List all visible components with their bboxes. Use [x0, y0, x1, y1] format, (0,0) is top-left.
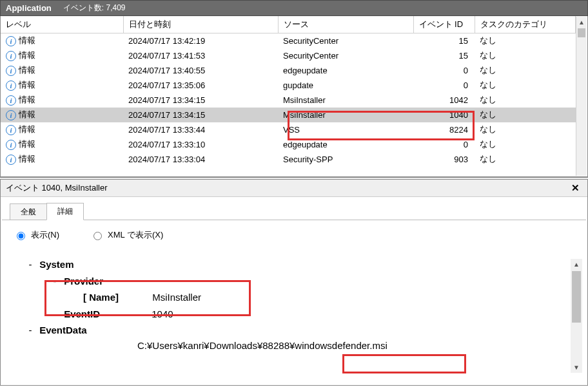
- level-label: 情報: [19, 80, 35, 90]
- detail-tree: System Provider [ Name] MsiInstaller Eve…: [14, 256, 574, 354]
- cell-category: なし: [475, 63, 576, 78]
- radio-friendly-input[interactable]: [17, 232, 25, 240]
- cell-source: gupdate: [278, 78, 413, 93]
- col-header-level[interactable]: レベル: [1, 16, 123, 33]
- cell-eventid: 1040: [413, 108, 475, 122]
- scrollbar-detail[interactable]: ▲ ▼: [571, 259, 582, 373]
- tree-eventid-value: 1040: [152, 306, 173, 323]
- event-table[interactable]: レベル 日付と時刻 ソース イベント ID タスクのカテゴリ i情報2024/0…: [1, 16, 576, 167]
- scroll-down-icon[interactable]: ▼: [571, 362, 582, 373]
- info-icon: i: [6, 36, 16, 46]
- info-icon: i: [6, 110, 16, 120]
- scrollbar-top[interactable]: ▲: [576, 17, 587, 176]
- cell-date: 2024/07/17 13:33:04: [123, 152, 278, 167]
- col-header-eventid[interactable]: イベント ID: [413, 16, 475, 33]
- tab-content-details: 表示(N) XML で表示(X) System Provider [ Name]…: [2, 220, 586, 377]
- info-icon: i: [6, 66, 16, 76]
- cell-category: なし: [475, 137, 576, 152]
- tabstrip: 全般 詳細: [1, 197, 587, 220]
- table-row[interactable]: i情報2024/07/17 13:33:04Security-SPP903なし: [1, 152, 576, 167]
- detail-title: イベント 1040, MsiInstaller: [6, 182, 108, 194]
- cell-category: なし: [475, 108, 576, 122]
- cell-category: なし: [475, 48, 576, 63]
- tree-toggle-icon[interactable]: [24, 322, 37, 339]
- cell-source: edgeupdate: [278, 137, 413, 152]
- level-label: 情報: [19, 50, 35, 60]
- tree-name-key: [ Name]: [83, 292, 119, 303]
- table-row[interactable]: i情報2024/07/17 13:33:10edgeupdate0なし: [1, 137, 576, 152]
- cell-source: MsiInstaller: [278, 108, 413, 122]
- cell-category: なし: [475, 33, 576, 48]
- cell-eventid: 15: [413, 48, 475, 63]
- table-row[interactable]: i情報2024/07/17 13:35:06gupdate0なし: [1, 78, 576, 93]
- info-icon: i: [6, 51, 16, 61]
- cell-source: SecurityCenter: [278, 48, 413, 63]
- cell-source: edgeupdate: [278, 63, 413, 78]
- tree-toggle-icon[interactable]: [24, 256, 37, 273]
- view-mode-radios: 表示(N) XML で表示(X): [14, 229, 574, 241]
- tree-name-value: MsiInstaller: [152, 289, 201, 306]
- cell-eventid: 15: [413, 33, 475, 48]
- info-icon: i: [6, 155, 16, 165]
- table-row[interactable]: i情報2024/07/17 13:41:53SecurityCenter15なし: [1, 48, 576, 63]
- table-header-row[interactable]: レベル 日付と時刻 ソース イベント ID タスクのカテゴリ: [1, 16, 576, 33]
- cell-eventid: 0: [413, 63, 475, 78]
- cell-date: 2024/07/17 13:40:55: [123, 63, 278, 78]
- eventdata-filename: windowsdefender.msi: [295, 340, 387, 351]
- cell-source: MsiInstaller: [278, 93, 413, 108]
- cell-date: 2024/07/17 13:34:15: [123, 93, 278, 108]
- level-label: 情報: [19, 124, 35, 134]
- titlebar: Application イベント数: 7,409: [0, 0, 588, 16]
- highlight-box-filename: [342, 354, 466, 373]
- cell-eventid: 903: [413, 152, 475, 167]
- table-row[interactable]: i情報2024/07/17 13:34:15MsiInstaller1040なし: [1, 108, 576, 122]
- scroll-thumb[interactable]: [572, 271, 581, 323]
- col-header-date[interactable]: 日付と時刻: [123, 16, 278, 33]
- cell-date: 2024/07/17 13:33:44: [123, 122, 278, 137]
- scroll-up-icon[interactable]: ▲: [571, 259, 582, 270]
- radio-xml[interactable]: XML で表示(X): [90, 229, 163, 241]
- scroll-up-icon[interactable]: ▲: [576, 17, 587, 28]
- tree-eventid[interactable]: EventID: [64, 308, 100, 319]
- level-label: 情報: [19, 154, 35, 164]
- info-icon: i: [6, 140, 16, 150]
- tree-eventdata[interactable]: EventData: [39, 325, 86, 335]
- close-icon[interactable]: ✕: [569, 182, 582, 194]
- table-row[interactable]: i情報2024/07/17 13:33:44VSS8224なし: [1, 122, 576, 137]
- tab-details[interactable]: 詳細: [46, 203, 84, 220]
- table-row[interactable]: i情報2024/07/17 13:34:15MsiInstaller1042なし: [1, 93, 576, 108]
- cell-eventid: 0: [413, 137, 475, 152]
- tree-toggle-icon[interactable]: [48, 306, 61, 323]
- cell-date: 2024/07/17 13:34:15: [123, 108, 278, 122]
- detail-header: イベント 1040, MsiInstaller ✕: [1, 180, 587, 197]
- cell-source: VSS: [278, 122, 413, 137]
- cell-date: 2024/07/17 13:41:53: [123, 48, 278, 63]
- cell-date: 2024/07/17 13:33:10: [123, 137, 278, 152]
- level-label: 情報: [19, 109, 35, 119]
- tab-general[interactable]: 全般: [10, 203, 47, 220]
- scroll-thumb[interactable]: [578, 28, 585, 37]
- level-label: 情報: [19, 35, 35, 45]
- app-title: Application: [6, 3, 52, 13]
- table-row[interactable]: i情報2024/07/17 13:42:19SecurityCenter15なし: [1, 33, 576, 48]
- info-icon: i: [6, 95, 16, 106]
- level-label: 情報: [19, 139, 35, 149]
- col-header-source[interactable]: ソース: [278, 16, 413, 33]
- detail-pane: イベント 1040, MsiInstaller ✕ 全般 詳細 表示(N) XM…: [0, 180, 588, 386]
- cell-date: 2024/07/17 13:35:06: [123, 78, 278, 93]
- col-header-category[interactable]: タスクのカテゴリ: [475, 16, 576, 33]
- cell-category: なし: [475, 122, 576, 137]
- level-label: 情報: [19, 95, 35, 104]
- tree-provider[interactable]: Provider: [64, 276, 103, 287]
- cell-category: なし: [475, 93, 576, 108]
- radio-friendly[interactable]: 表示(N): [14, 229, 59, 241]
- event-list-pane: レベル 日付と時刻 ソース イベント ID タスクのカテゴリ i情報2024/0…: [0, 16, 588, 177]
- radio-xml-input[interactable]: [93, 232, 102, 240]
- cell-eventid: 1042: [413, 93, 475, 108]
- eventdata-path-prefix: C:¥Users¥kanri¥Downloads¥88288¥: [137, 340, 295, 351]
- tree-toggle-icon[interactable]: [48, 273, 61, 290]
- table-row[interactable]: i情報2024/07/17 13:40:55edgeupdate0なし: [1, 63, 576, 78]
- event-count: イベント数: 7,409: [63, 3, 126, 14]
- tree-system[interactable]: System: [39, 259, 74, 270]
- cell-eventid: 0: [413, 78, 475, 93]
